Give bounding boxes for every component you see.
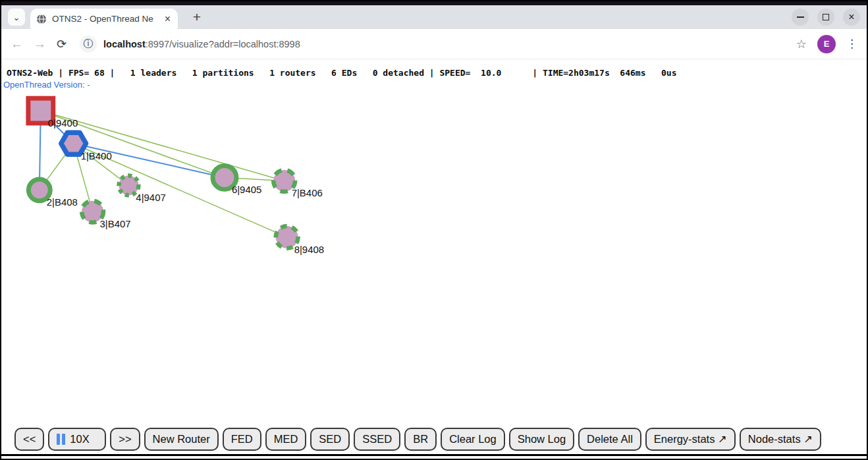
node-7[interactable] (273, 170, 295, 192)
tab-search-button[interactable]: ⌄ (8, 9, 25, 26)
tab-otns2[interactable]: OTNS2 - OpenThread Ne × (30, 9, 178, 29)
node-6[interactable] (213, 166, 236, 190)
toolbar-button-label: MED (274, 433, 298, 446)
toolbar-button-label: Energy-stats ↗ (654, 433, 727, 446)
node-3[interactable] (82, 201, 103, 223)
maximize-icon (823, 14, 829, 20)
toolbar-button-label: SSED (362, 433, 392, 446)
window-controls: × (792, 9, 860, 26)
toolbar-button-label: Delete All (587, 433, 633, 446)
toolbar-button-label: >> (119, 433, 131, 446)
node-8[interactable] (276, 226, 298, 248)
sed-button[interactable]: SED (310, 428, 350, 451)
node-stats-button[interactable]: Node-stats ↗ (740, 428, 821, 451)
forward-button[interactable]: → (34, 38, 46, 50)
energy-stats-button[interactable]: Energy-stats ↗ (645, 428, 736, 451)
back-button[interactable]: ← (11, 38, 23, 50)
show-log-button[interactable]: Show Log (509, 428, 574, 451)
step-forward-button[interactable]: >> (110, 428, 140, 451)
toolbar-button-label: Clear Log (449, 433, 497, 446)
delete-all-button[interactable]: Delete All (578, 428, 641, 451)
new-router-button[interactable]: New Router (144, 428, 219, 451)
simulation-status-line: OTNS2-Web | FPS= 68 | 1 leaders 1 partit… (1, 59, 867, 78)
node-4[interactable] (119, 175, 138, 195)
address-bar[interactable]: ⓘ localhost:8997/visualize?addr=localhos… (77, 36, 786, 53)
pause-icon (57, 434, 65, 445)
clear-log-button[interactable]: Clear Log (441, 428, 505, 451)
node-1[interactable] (61, 132, 86, 154)
tab-title: OTNS2 - OpenThread Ne (52, 14, 158, 24)
toolbar-button-label: Show Log (518, 433, 566, 446)
globe-icon (36, 14, 47, 24)
toolbar-button-label: New Router (153, 433, 210, 446)
minimize-button[interactable] (792, 9, 809, 26)
site-info-icon[interactable]: ⓘ (80, 36, 97, 53)
minimize-icon (797, 16, 804, 18)
close-window-button[interactable]: × (843, 9, 860, 26)
toolbar-button-label: Node-stats ↗ (748, 433, 813, 446)
new-tab-button[interactable]: + (188, 9, 205, 26)
bottom-divider (1, 454, 867, 456)
url-path: :8997/visualize?addr=localhost:8998 (146, 39, 300, 49)
tab-strip: ⌄ OTNS2 - OpenThread Ne × + × (1, 5, 867, 29)
browser-menu-icon[interactable]: ⋮ (846, 37, 857, 51)
toolbar-button-label: FED (231, 433, 253, 446)
fed-button[interactable]: FED (223, 428, 261, 451)
node-0[interactable] (28, 98, 53, 123)
toolbar-button-label: 10X (70, 433, 89, 446)
toolbar-button-label: << (23, 433, 36, 446)
chevron-down-icon: ⌄ (13, 13, 20, 22)
toolbar-button-label: SED (319, 433, 341, 446)
tab-close-icon[interactable]: × (163, 14, 172, 24)
step-back-button[interactable]: << (14, 428, 44, 451)
browser-toolbar: ← → ⟳ ⓘ localhost:8997/visualize?addr=lo… (1, 29, 867, 59)
close-icon: × (848, 11, 854, 23)
br-button[interactable]: BR (404, 428, 437, 451)
toolbar-button-label: BR (413, 433, 428, 446)
bottom-toolbar: <<10X>>New RouterFEDMEDSEDSSEDBRClear Lo… (14, 428, 821, 451)
speed-button[interactable]: 10X (48, 428, 106, 451)
url-text[interactable]: localhost:8997/visualize?addr=localhost:… (103, 39, 300, 49)
node-2[interactable] (28, 179, 50, 201)
profile-avatar[interactable]: E (817, 35, 836, 53)
openthread-version-link[interactable]: OpenThread Version: - (1, 78, 90, 90)
url-host: localhost (103, 39, 146, 49)
reload-button[interactable]: ⟳ (57, 38, 67, 50)
bookmark-star-icon[interactable]: ☆ (796, 37, 807, 51)
page-content: OTNS2-Web | FPS= 68 | 1 leaders 1 partit… (1, 59, 867, 459)
med-button[interactable]: MED (265, 428, 307, 451)
ssed-button[interactable]: SSED (354, 428, 400, 451)
browser-window: ⌄ OTNS2 - OpenThread Ne × + × ← → ⟳ ⓘ lo… (0, 0, 868, 460)
maximize-button[interactable] (817, 9, 834, 26)
